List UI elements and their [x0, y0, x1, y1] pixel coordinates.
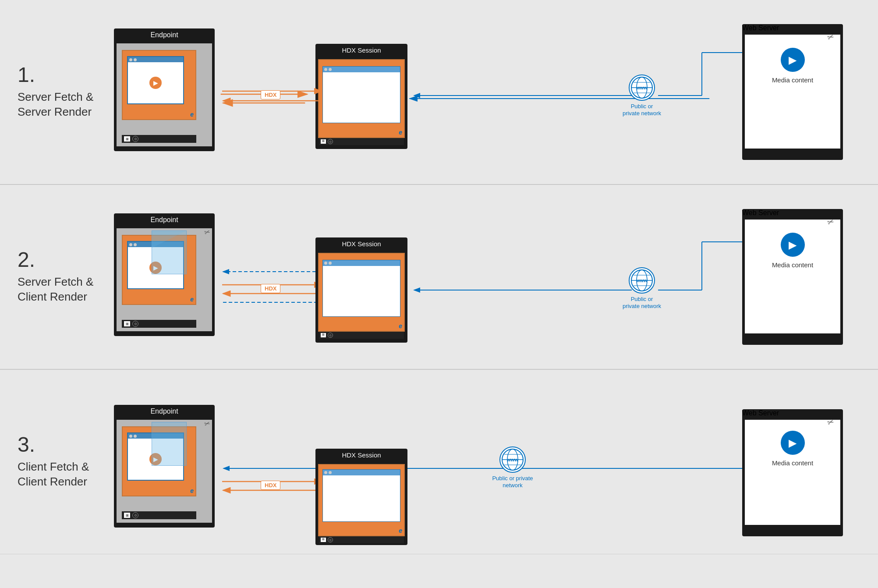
section-3-title: Client Fetch &Client Render — [18, 460, 105, 489]
section-3-number: 3. — [18, 434, 105, 455]
svg-text:www: www — [636, 278, 648, 283]
section-1-title: Server Fetch &Server Render — [18, 90, 105, 120]
section-1: 1. Server Fetch &Server Render — [0, 0, 878, 185]
svg-text:www: www — [506, 457, 518, 462]
hdx-session-title-3: HDX Session — [315, 449, 407, 461]
section-2: 2. Server Fetch &Client Render — [0, 185, 878, 370]
hdx-badge-2: HDX — [261, 284, 280, 293]
svg-text:www: www — [636, 85, 648, 90]
endpoint-title-3: Endpoint — [114, 405, 215, 418]
endpoint-box-3: Endpoint ✂ ▶ — [114, 405, 215, 528]
webserver-box-1: Web Server ✂ ▶ Media content — [742, 24, 843, 160]
webserver-title-1: Web Server — [742, 24, 843, 32]
webserver-box-3: Web Server ✂ ▶ Media content — [742, 409, 843, 536]
globe-2: www Public or private network — [622, 267, 662, 309]
globe-1: www Public or private network — [622, 74, 662, 117]
endpoint-box-2: Endpoint ✂ — [114, 213, 215, 336]
webserver-title-2: Web Server — [742, 209, 843, 217]
network-label-3: Public or private network — [491, 475, 535, 489]
hdx-session-box-1: HDX Session e ⊞ ⚙ — [315, 44, 407, 149]
globe-circle-2: www — [629, 267, 655, 294]
media-content-label-1: Media content — [772, 76, 813, 84]
hdx-session-title-2: HDX Session — [315, 237, 407, 250]
endpoint-title-2: Endpoint — [114, 213, 215, 227]
globe-circle-1: www — [629, 74, 655, 101]
section-2-number: 2. — [18, 249, 105, 270]
section-3: 3. Client Fetch &Client Render — [0, 370, 878, 554]
globe-circle-3: www — [499, 446, 526, 473]
webserver-title-3: Web Server — [742, 409, 843, 417]
section-1-diagram: Endpoint ▶ — [105, 13, 860, 171]
media-content-label-2: Media content — [772, 261, 813, 269]
network-label-2: Public or private network — [622, 296, 662, 309]
section-2-diagram: Endpoint ✂ — [105, 198, 860, 356]
hdx-session-box-2: HDX Session e ⊞ ⚙ — [315, 237, 407, 343]
hdx-session-box-3: HDX Session e ⊞ ⚙ — [315, 449, 407, 545]
section-1-number: 1. — [18, 64, 105, 85]
endpoint-box-1: Endpoint ▶ — [114, 28, 215, 151]
section-3-label: 3. Client Fetch &Client Render — [18, 434, 105, 489]
globe-3: www Public or private network — [491, 446, 535, 489]
hdx-badge-3: HDX — [261, 481, 280, 490]
webserver-box-2: Web Server ✂ ▶ Media content — [742, 209, 843, 345]
hdx-session-title-1: HDX Session — [315, 44, 407, 57]
hdx-badge-1: HDX — [261, 90, 280, 99]
section-1-label: 1. Server Fetch &Server Render — [18, 64, 105, 120]
endpoint-title-1: Endpoint — [114, 28, 215, 42]
media-content-label-3: Media content — [772, 459, 813, 467]
section-2-label: 2. Server Fetch &Client Render — [18, 249, 105, 305]
section-2-title: Server Fetch &Client Render — [18, 275, 105, 305]
section-3-diagram: Endpoint ✂ ▶ — [105, 383, 860, 541]
network-label-1: Public or private network — [622, 103, 662, 117]
